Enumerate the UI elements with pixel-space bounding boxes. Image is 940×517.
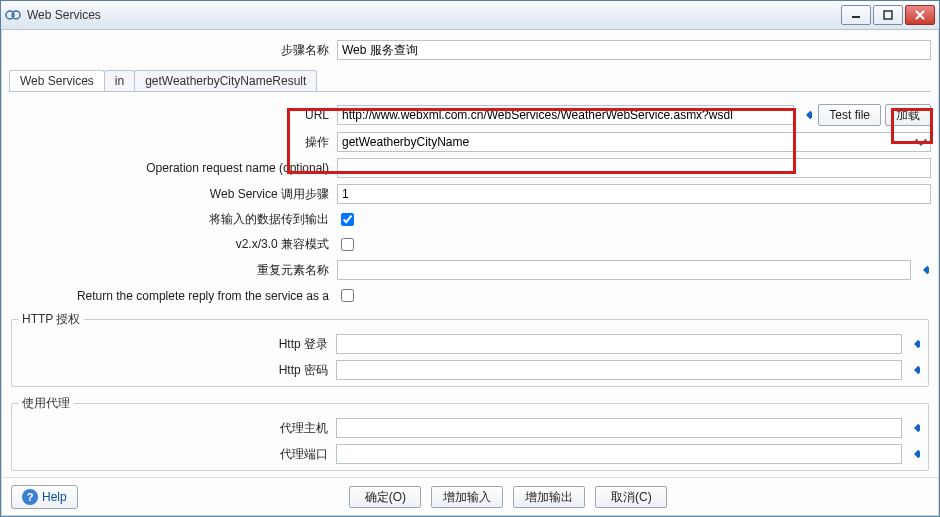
window-title: Web Services [27, 8, 101, 22]
url-label: URL [9, 108, 337, 122]
load-button[interactable]: 加载 [885, 104, 931, 126]
pass-output-checkbox[interactable] [341, 213, 354, 226]
svg-rect-10 [914, 424, 920, 432]
http-login-label: Http 登录 [18, 336, 336, 353]
compat-checkbox[interactable] [341, 238, 354, 251]
repeat-elem-input[interactable] [337, 260, 911, 280]
tab-in[interactable]: in [104, 70, 135, 91]
tab-panel-web-services: URL Test file 加载 操作 [9, 94, 931, 471]
return-complete-label: Return the complete reply from the servi… [9, 289, 337, 303]
svg-rect-7 [923, 266, 929, 274]
help-button[interactable]: ? Help [11, 485, 78, 509]
http-auth-group: HTTP 授权 Http 登录 Http 密码 [11, 311, 929, 387]
test-file-button[interactable]: Test file [818, 104, 881, 126]
step-name-label: 步骤名称 [9, 42, 337, 59]
help-icon: ? [22, 489, 38, 505]
svg-rect-8 [914, 340, 920, 348]
add-output-button[interactable]: 增加输出 [513, 486, 585, 508]
svg-point-1 [12, 11, 20, 19]
proxy-port-var-icon[interactable] [906, 446, 922, 462]
tab-web-services[interactable]: Web Services [9, 70, 105, 91]
url-input[interactable] [337, 105, 794, 125]
url-var-icon[interactable] [798, 107, 814, 123]
http-login-input[interactable] [336, 334, 902, 354]
proxy-host-var-icon[interactable] [906, 420, 922, 436]
step-name-input[interactable] [337, 40, 931, 60]
ok-button[interactable]: 确定(O) [349, 486, 421, 508]
operation-select[interactable] [337, 132, 931, 152]
op-req-name-input[interactable] [337, 158, 931, 178]
proxy-legend: 使用代理 [18, 395, 74, 412]
pass-output-label: 将输入的数据传到输出 [9, 211, 337, 228]
op-req-name-label: Operation request name (optional) [9, 161, 337, 175]
content-area: 步骤名称 Web Services in getWeatherbyCityNam… [1, 30, 939, 477]
proxy-port-label: 代理端口 [18, 446, 336, 463]
tab-row: Web Services in getWeatherbyCityNameResu… [9, 70, 931, 92]
window-controls [841, 5, 935, 25]
tab-result[interactable]: getWeatherbyCityNameResult [134, 70, 317, 91]
return-complete-checkbox[interactable] [341, 289, 354, 302]
proxy-port-input[interactable] [336, 444, 902, 464]
proxy-host-input[interactable] [336, 418, 902, 438]
svg-rect-9 [914, 366, 920, 374]
svg-rect-11 [914, 450, 920, 458]
titlebar: Web Services [1, 1, 939, 30]
app-icon [5, 7, 21, 23]
repeat-elem-label: 重复元素名称 [9, 262, 337, 279]
minimize-button[interactable] [841, 5, 871, 25]
cancel-button[interactable]: 取消(C) [595, 486, 667, 508]
add-input-button[interactable]: 增加输入 [431, 486, 503, 508]
http-password-input[interactable] [336, 360, 902, 380]
operation-label: 操作 [9, 134, 337, 151]
http-login-var-icon[interactable] [906, 336, 922, 352]
proxy-group: 使用代理 代理主机 代理端口 [11, 395, 929, 471]
call-steps-input[interactable] [337, 184, 931, 204]
repeat-elem-var-icon[interactable] [915, 262, 931, 278]
http-password-var-icon[interactable] [906, 362, 922, 378]
dialog-window: Web Services 步骤名称 Web Services in getWea… [0, 0, 940, 517]
svg-rect-3 [884, 11, 892, 19]
http-auth-legend: HTTP 授权 [18, 311, 84, 328]
maximize-button[interactable] [873, 5, 903, 25]
close-button[interactable] [905, 5, 935, 25]
compat-label: v2.x/3.0 兼容模式 [9, 236, 337, 253]
proxy-host-label: 代理主机 [18, 420, 336, 437]
call-steps-label: Web Service 调用步骤 [9, 186, 337, 203]
http-password-label: Http 密码 [18, 362, 336, 379]
svg-rect-6 [806, 111, 812, 119]
button-bar: ? Help 确定(O) 增加输入 增加输出 取消(C) [1, 477, 939, 516]
